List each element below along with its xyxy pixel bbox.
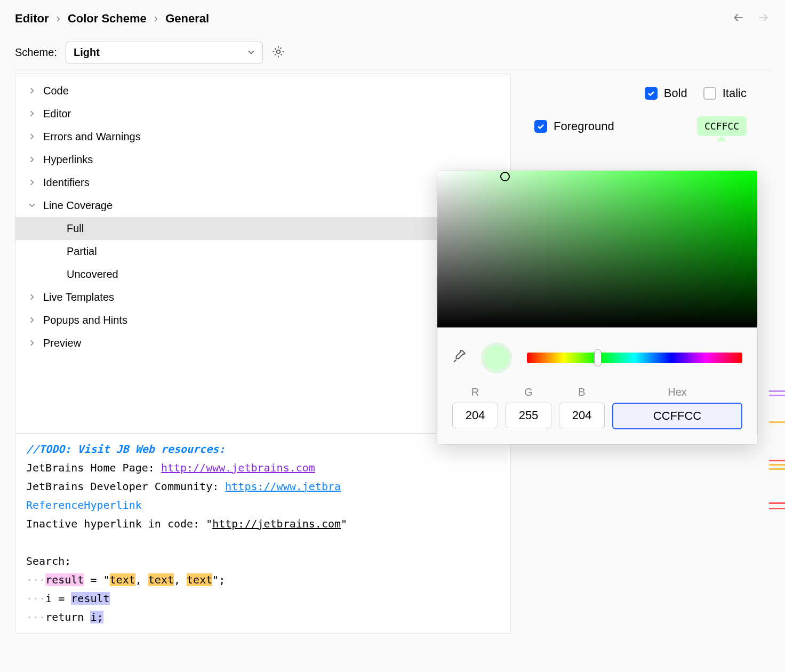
breadcrumb-general[interactable]: General xyxy=(165,12,209,26)
tree-errors[interactable]: Errors and Warnings xyxy=(15,125,510,148)
scheme-gear-button[interactable] xyxy=(271,45,285,61)
italic-checkbox[interactable] xyxy=(703,87,716,100)
gutter-mark[interactable] xyxy=(769,508,785,509)
eyedropper-button[interactable] xyxy=(452,350,466,366)
preview-reference-hyperlink[interactable]: ReferenceHyperlink xyxy=(26,499,142,511)
hue-thumb[interactable] xyxy=(594,349,602,366)
token-text: text xyxy=(110,573,135,586)
scheme-row: Scheme: Light xyxy=(15,42,770,63)
preview-todo: //TODO: Visit JB Web resources: xyxy=(26,443,225,455)
indent-dots: ··· xyxy=(26,611,45,623)
tree-label: Full xyxy=(67,222,84,235)
gutter-mark[interactable] xyxy=(769,502,785,504)
token-result: result xyxy=(71,592,109,605)
tree-preview[interactable]: Preview xyxy=(15,332,510,355)
gutter-mark[interactable] xyxy=(769,421,785,423)
tree-identifiers[interactable]: Identifiers xyxy=(15,171,510,194)
tree-label: Partial xyxy=(67,245,97,258)
preview-home-url[interactable]: http://www.jetbrains.com xyxy=(161,461,315,474)
foreground-swatch[interactable]: CCFFCC xyxy=(697,116,747,136)
foreground-row: Foreground CCFFCC xyxy=(534,116,747,136)
tree: Code Editor Errors and Warnings Hyperlin… xyxy=(15,74,510,433)
tree-popups[interactable]: Popups and Hints xyxy=(15,309,510,332)
bold-checkbox-group[interactable]: Bold xyxy=(645,86,687,100)
tree-label: Popups and Hints xyxy=(43,314,127,326)
breadcrumb: Editor › Color Scheme › General xyxy=(15,12,209,26)
tree-label: Live Templates xyxy=(43,291,114,303)
bold-checkbox[interactable] xyxy=(645,87,658,100)
tree-code[interactable]: Code xyxy=(15,79,510,102)
chevron-right-icon xyxy=(28,85,36,97)
b-input[interactable] xyxy=(559,403,605,428)
g-field: G xyxy=(506,386,551,429)
chevron-down-icon xyxy=(28,199,36,212)
tree-hyperlinks[interactable]: Hyperlinks xyxy=(15,148,510,171)
foreground-checkbox[interactable] xyxy=(534,120,547,133)
r-input[interactable] xyxy=(452,403,498,428)
chevron-right-icon xyxy=(28,291,36,303)
tree-live-templates[interactable]: Live Templates xyxy=(15,286,510,309)
hex-input[interactable] xyxy=(612,403,742,429)
color-preview-circle xyxy=(481,342,512,373)
chevron-right-icon xyxy=(28,314,36,326)
preview-inactive-close: " xyxy=(341,517,347,530)
font-style-row: Bold Italic xyxy=(534,86,747,100)
tree-lc-full[interactable]: Full xyxy=(15,217,510,240)
preview-search-label: Search: xyxy=(26,555,71,567)
preview-dev-url[interactable]: https://www.jetbra xyxy=(225,480,341,493)
token-text: text xyxy=(148,573,174,586)
breadcrumb-sep: › xyxy=(154,12,158,26)
gutter-mark[interactable] xyxy=(769,468,785,470)
hex-field: Hex xyxy=(612,386,742,429)
sv-cursor[interactable] xyxy=(500,172,510,181)
preview-dev-label: JetBrains Developer Community: xyxy=(26,480,225,493)
breadcrumb-editor[interactable]: Editor xyxy=(15,12,49,26)
b-field: B xyxy=(559,386,605,429)
tree-lc-partial[interactable]: Partial xyxy=(15,240,510,263)
gutter-mark[interactable] xyxy=(769,464,785,466)
divider xyxy=(15,70,770,70)
back-button[interactable] xyxy=(732,11,746,27)
preview-panel: //TODO: Visit JB Web resources: JetBrain… xyxy=(15,433,510,633)
breadcrumb-sep: › xyxy=(57,12,60,26)
rgb-row: R G B Hex xyxy=(437,383,757,444)
g-input[interactable] xyxy=(506,403,551,428)
g-label: G xyxy=(524,386,533,398)
chevron-right-icon xyxy=(28,177,36,189)
tree-label: Line Coverage xyxy=(43,199,113,212)
foreground-label: Foreground xyxy=(554,119,614,133)
foreground-checkbox-group[interactable]: Foreground xyxy=(534,119,614,133)
scheme-label: Scheme: xyxy=(15,46,57,59)
tree-editor[interactable]: Editor xyxy=(15,102,510,125)
tree-lc-uncovered[interactable]: Uncovered xyxy=(15,263,510,286)
forward-button[interactable] xyxy=(756,11,770,27)
indent-dots: ··· xyxy=(26,573,45,586)
tree-label: Errors and Warnings xyxy=(43,131,141,143)
chevron-right-icon xyxy=(28,108,36,120)
r-label: R xyxy=(471,386,479,398)
token-result: result xyxy=(45,573,84,586)
tree-label: Hyperlinks xyxy=(43,154,93,166)
r-field: R xyxy=(452,386,498,429)
nav-arrows xyxy=(732,11,770,27)
gutter-mark[interactable] xyxy=(769,460,785,461)
tree-label: Uncovered xyxy=(67,268,118,281)
italic-checkbox-group[interactable]: Italic xyxy=(703,86,747,100)
hue-slider[interactable] xyxy=(527,353,742,363)
token-text: text xyxy=(187,573,212,586)
breadcrumb-colorscheme[interactable]: Color Scheme xyxy=(68,12,147,26)
gutter-mark[interactable] xyxy=(769,395,785,396)
gutter-mark[interactable] xyxy=(769,390,785,392)
hex-label: Hex xyxy=(668,386,687,398)
indent-dots: ··· xyxy=(26,592,45,605)
tree-label: Preview xyxy=(43,337,81,349)
preview-inactive-url: http://jetbrains.com xyxy=(212,517,341,530)
b-label: B xyxy=(578,386,585,398)
tree-line-coverage[interactable]: Line Coverage xyxy=(15,194,510,217)
chevron-down-icon xyxy=(247,46,255,59)
tree-panel: Code Editor Errors and Warnings Hyperlin… xyxy=(15,74,511,634)
scheme-select[interactable]: Light xyxy=(66,42,263,63)
saturation-value-area[interactable] xyxy=(437,171,757,327)
tree-label: Editor xyxy=(43,108,71,120)
chevron-right-icon xyxy=(28,131,36,143)
